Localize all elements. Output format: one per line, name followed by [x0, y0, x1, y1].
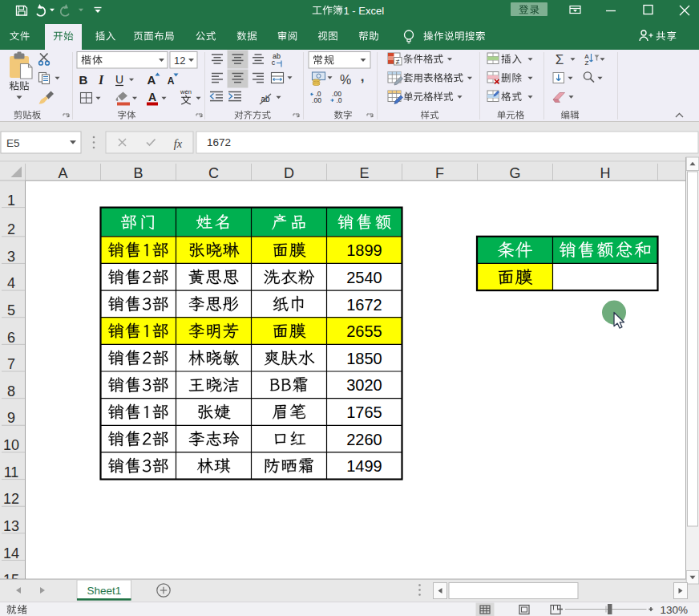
- svg-text:c: c: [272, 59, 276, 67]
- svg-text:C: C: [208, 165, 219, 181]
- svg-text:fx: fx: [174, 137, 183, 150]
- svg-text:1672: 1672: [207, 136, 231, 148]
- svg-text:8: 8: [7, 383, 15, 399]
- svg-text:≠: ≠: [396, 58, 400, 66]
- svg-text:,: ,: [361, 69, 365, 84]
- svg-text:130%: 130%: [660, 604, 688, 616]
- svg-text:4: 4: [7, 275, 15, 291]
- svg-text:13: 13: [3, 518, 19, 534]
- svg-text:2260: 2260: [346, 431, 382, 448]
- svg-text:2: 2: [7, 221, 15, 237]
- svg-text:1 - Excel: 1 - Excel: [344, 5, 385, 17]
- svg-text:Σ: Σ: [556, 52, 564, 67]
- svg-text:12: 12: [174, 55, 185, 67]
- svg-text:10: 10: [3, 437, 19, 453]
- svg-text:wén: wén: [180, 88, 192, 95]
- svg-text:1499: 1499: [346, 457, 382, 475]
- svg-text:U: U: [115, 73, 123, 86]
- svg-text:3020: 3020: [346, 376, 382, 394]
- svg-text:11: 11: [4, 464, 19, 480]
- svg-text:5: 5: [7, 302, 15, 318]
- svg-text:.0: .0: [336, 96, 341, 104]
- svg-text:1765: 1765: [346, 403, 382, 421]
- svg-text:1899: 1899: [346, 241, 382, 259]
- svg-text:.00: .00: [312, 96, 321, 104]
- svg-text:9: 9: [7, 410, 15, 426]
- svg-text:6: 6: [7, 330, 15, 346]
- svg-text:14: 14: [3, 545, 19, 561]
- svg-text:1850: 1850: [346, 350, 382, 367]
- svg-text:A: A: [168, 75, 175, 87]
- svg-text:A: A: [148, 91, 156, 103]
- svg-text:1: 1: [7, 192, 15, 209]
- svg-text:I: I: [98, 73, 104, 87]
- svg-text:F: F: [435, 165, 444, 181]
- svg-text:Sheet1: Sheet1: [87, 585, 122, 597]
- svg-text:A: A: [147, 73, 156, 87]
- svg-text:G: G: [509, 165, 520, 181]
- svg-text:E: E: [359, 165, 369, 181]
- svg-text:%: %: [340, 73, 351, 87]
- svg-text:B: B: [79, 73, 88, 87]
- svg-text:12: 12: [3, 491, 19, 507]
- svg-text:E5: E5: [6, 137, 20, 149]
- svg-text:Z: Z: [585, 59, 589, 67]
- svg-text:B: B: [133, 165, 143, 181]
- svg-text:1672: 1672: [346, 296, 382, 314]
- svg-text:D: D: [284, 165, 294, 181]
- svg-text:3: 3: [7, 249, 15, 265]
- svg-text:2540: 2540: [346, 269, 382, 286]
- svg-text:H: H: [600, 165, 611, 181]
- svg-text:2655: 2655: [346, 322, 382, 340]
- svg-text:A: A: [58, 165, 67, 181]
- svg-text:7: 7: [7, 356, 15, 372]
